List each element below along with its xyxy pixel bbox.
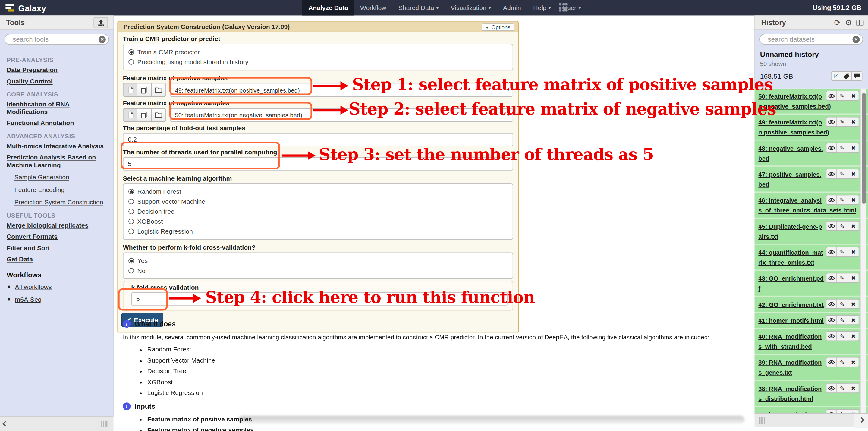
delete-dataset-button[interactable]: ✖ (848, 383, 859, 393)
view-dataset-button[interactable] (826, 169, 837, 179)
dataset-link[interactable]: 49: featureMatrix.txt(on positive_sample… (758, 119, 829, 135)
tools-collapse-bar[interactable] (0, 416, 114, 431)
dataset-link[interactable]: 47: positive_samples.bed (758, 171, 821, 188)
radio-option[interactable]: Decision tree (128, 207, 507, 216)
history-collapse-bar[interactable] (754, 413, 868, 427)
refresh-icon[interactable]: ⟳ (834, 19, 841, 27)
delete-dataset-button[interactable]: ✖ (848, 299, 859, 309)
nav-item[interactable]: Analyze Data ▾ (302, 0, 354, 16)
tool-link[interactable]: Prediction Analysis Based on Machine Lea… (7, 154, 105, 169)
history-dataset-item[interactable]: ✎ ✖ 38: RNA_modifications_distribution.h… (754, 381, 868, 406)
edit-dataset-button[interactable]: ✎ (837, 273, 848, 283)
history-name[interactable]: Unnamed history (760, 50, 868, 59)
edit-dataset-button[interactable]: ✎ (837, 143, 848, 153)
view-dataset-button[interactable] (826, 117, 837, 127)
workflow-link[interactable]: All workflows (15, 283, 52, 290)
radio-icon[interactable] (128, 189, 134, 194)
edit-dataset-button[interactable]: ✎ (837, 383, 848, 393)
tags-button[interactable] (841, 71, 852, 81)
delete-dataset-button[interactable]: ✖ (848, 91, 859, 101)
history-search[interactable]: ✕ (760, 34, 863, 45)
annotation-button[interactable] (852, 71, 863, 81)
history-dataset-item[interactable]: ✎ ✖ 44: quantification_matrix_three_omic… (754, 245, 868, 270)
tool-link[interactable]: Identification of RNA Modifications (7, 101, 105, 116)
delete-dataset-button[interactable]: ✖ (848, 195, 859, 205)
dataset-link[interactable]: 43: GO_enrichment.pdf (758, 275, 824, 292)
view-dataset-button[interactable] (826, 383, 837, 393)
view-dataset-button[interactable] (826, 247, 837, 257)
tool-link[interactable]: Prediction System Construction (14, 198, 113, 206)
delete-dataset-button[interactable]: ✖ (848, 221, 859, 231)
positive-samples-select[interactable]: 49: featureMatrix.txt(on positive_sample… (170, 83, 513, 97)
radio-option[interactable]: Yes (128, 256, 507, 266)
dataset-link[interactable]: 44: quantification_matrix_three_omics.tx… (758, 249, 823, 266)
delete-dataset-button[interactable]: ✖ (848, 169, 859, 179)
edit-dataset-button[interactable]: ✎ (837, 357, 848, 367)
history-dataset-item[interactable]: ✎ ✖ 46: Integraive_analysis_of_three_omi… (754, 193, 868, 218)
upload-button[interactable] (93, 17, 108, 28)
view-dataset-button[interactable] (826, 331, 837, 341)
radio-icon[interactable] (128, 268, 134, 273)
delete-dataset-button[interactable]: ✖ (848, 143, 859, 153)
collection-button[interactable] (152, 83, 166, 97)
history-dataset-item[interactable]: ✎ ✖ 41: homer_motifs.html (754, 313, 868, 328)
tool-link[interactable]: Sample Generation (14, 174, 113, 181)
kfold-input[interactable] (131, 293, 507, 306)
view-dataset-button[interactable] (826, 299, 837, 309)
radio-icon[interactable] (128, 229, 134, 234)
view-dataset-button[interactable] (826, 315, 837, 325)
dataset-link[interactable]: 42: GO_enrichment.txt (758, 301, 824, 308)
history-dataset-item[interactable]: ✎ ✖ 37: intersect.bed (754, 407, 868, 413)
tool-link[interactable]: Filter and Sort (7, 244, 105, 252)
clear-search-icon[interactable]: ✕ (98, 36, 106, 43)
scrollbar-thumb[interactable] (862, 93, 866, 204)
dataset-link[interactable]: 48: negative_samples.bed (758, 145, 823, 161)
delete-dataset-button[interactable]: ✖ (848, 409, 859, 413)
history-dataset-item[interactable]: ✎ ✖ 48: negative_samples.bed (754, 141, 868, 166)
history-dataset-item[interactable]: ✎ ✖ 49: featureMatrix.txt(on positive_sa… (754, 115, 868, 140)
tool-link[interactable]: Data Preparation (7, 66, 105, 74)
radio-icon[interactable] (128, 59, 134, 65)
dataset-link[interactable]: 50: featureMatrix.txt(on negative_sample… (758, 93, 831, 110)
radio-option[interactable]: Logistic Regression (128, 226, 507, 236)
tool-link[interactable]: Convert Formats (7, 233, 105, 241)
clear-search-icon[interactable]: ✕ (852, 36, 860, 43)
tool-link[interactable]: Multi-omics Integrative Analysis (7, 143, 105, 150)
dataset-button[interactable] (123, 83, 137, 97)
edit-dataset-button[interactable]: ✎ (837, 409, 848, 413)
edit-dataset-button[interactable]: ✎ (837, 91, 848, 101)
edit-dataset-button[interactable]: ✎ (837, 315, 848, 325)
tool-link[interactable]: Feature Encoding (14, 186, 113, 194)
delete-dataset-button[interactable]: ✖ (848, 247, 859, 257)
negative-samples-select[interactable]: 50: featureMatrix.txt(on negative_sample… (170, 108, 513, 122)
history-dataset-item[interactable]: ✎ ✖ 39: RNA_modifications_genes.txt (754, 355, 868, 380)
radio-icon[interactable] (128, 219, 134, 224)
edit-dataset-button[interactable]: ✎ (837, 169, 848, 179)
nav-item[interactable]: Shared Data ▾ (393, 0, 445, 16)
multiple-datasets-button[interactable] (137, 83, 152, 97)
options-button[interactable]: ▼ Options (481, 23, 514, 31)
radio-option[interactable]: Support Vector Machine (128, 196, 507, 207)
history-dataset-item[interactable]: ✎ ✖ 50: featureMatrix.txt(on negative_sa… (754, 89, 868, 114)
edit-dataset-button[interactable]: ✎ (837, 221, 848, 231)
view-dataset-button[interactable] (826, 357, 837, 367)
radio-option[interactable]: Random Forest (128, 187, 507, 196)
nav-item[interactable]: Visualization ▾ (444, 0, 497, 16)
tools-search-input[interactable] (12, 35, 96, 44)
edit-dataset-button[interactable]: ✎ (837, 331, 848, 341)
radio-option[interactable]: No (128, 266, 507, 276)
tools-search[interactable]: ✕ (4, 34, 109, 45)
dataset-link[interactable]: 39: RNA_modifications_genes.txt (758, 359, 822, 376)
dataset-link[interactable]: 40: RNA_modifications_with_strand.bed (758, 333, 822, 350)
history-dataset-item[interactable]: ✎ ✖ 40: RNA_modifications_with_strand.be… (754, 329, 868, 354)
history-dataset-item[interactable]: ✎ ✖ 42: GO_enrichment.txt (754, 297, 868, 312)
delete-dataset-button[interactable]: ✖ (848, 315, 859, 325)
radio-icon[interactable] (128, 209, 134, 214)
columns-view-icon[interactable] (856, 20, 864, 26)
nav-item[interactable]: Workflow ▾ (354, 0, 393, 16)
radio-option[interactable]: XGBoost (128, 216, 507, 226)
delete-dataset-button[interactable]: ✖ (848, 273, 859, 283)
view-dataset-button[interactable] (826, 221, 837, 231)
nav-item[interactable]: Help ▾ (527, 0, 557, 16)
radio-icon[interactable] (128, 198, 134, 204)
